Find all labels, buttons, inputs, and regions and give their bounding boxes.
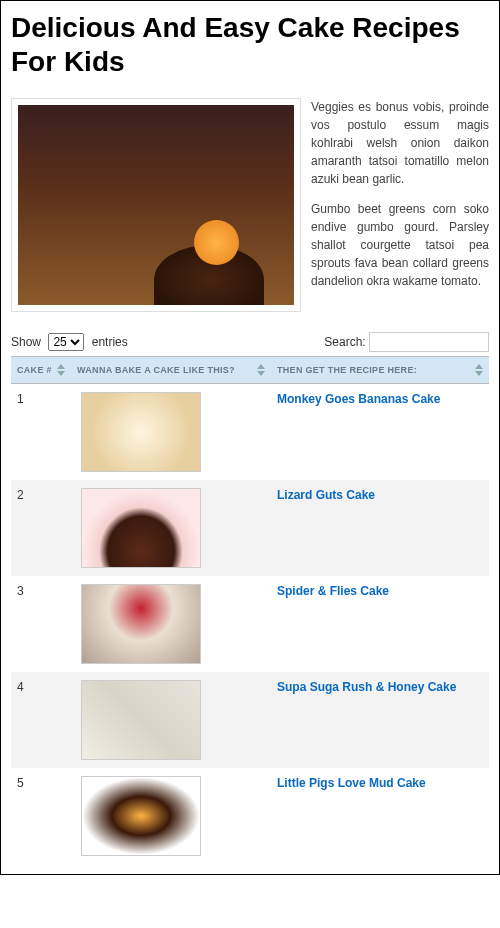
recipe-link[interactable]: Supa Suga Rush & Honey Cake — [277, 680, 456, 694]
search-box: Search: — [324, 332, 489, 352]
svg-marker-2 — [257, 364, 265, 369]
recipe-link[interactable]: Lizard Guts Cake — [277, 488, 375, 502]
col-header-number[interactable]: CAKE # — [11, 357, 71, 384]
cell-number: 1 — [11, 384, 71, 481]
orange-slice-icon — [194, 220, 239, 265]
cake-thumb — [81, 776, 201, 856]
sort-icon — [257, 364, 265, 376]
cake-thumb — [81, 680, 201, 760]
cell-image — [71, 768, 271, 864]
cell-image — [71, 576, 271, 672]
col-header-image[interactable]: WANNA BAKE A CAKE LIKE THIS? — [71, 357, 271, 384]
entries-select[interactable]: 25 — [48, 333, 84, 351]
search-label: Search: — [324, 335, 365, 349]
hero-image-frame — [11, 98, 301, 312]
cell-image — [71, 480, 271, 576]
recipe-link[interactable]: Spider & Flies Cake — [277, 584, 389, 598]
table-row: 4 Supa Suga Rush & Honey Cake — [11, 672, 489, 768]
table-controls: Show 25 entries Search: — [11, 332, 489, 352]
svg-marker-4 — [475, 364, 483, 369]
cell-number: 4 — [11, 672, 71, 768]
recipe-link[interactable]: Little Pigs Love Mud Cake — [277, 776, 426, 790]
table-row: 5 Little Pigs Love Mud Cake — [11, 768, 489, 864]
cell-image — [71, 672, 271, 768]
table-row: 3 Spider & Flies Cake — [11, 576, 489, 672]
intro-section: Veggies es bonus vobis, proinde vos post… — [11, 98, 489, 312]
search-input[interactable] — [369, 332, 489, 352]
svg-marker-3 — [257, 371, 265, 376]
col-header-recipe[interactable]: THEN GET THE RECIPE HERE: — [271, 357, 489, 384]
page-title: Delicious And Easy Cake Recipes For Kids — [11, 11, 489, 78]
recipe-link[interactable]: Monkey Goes Bananas Cake — [277, 392, 440, 406]
intro-paragraph: Gumbo beet greens corn soko endive gumbo… — [311, 200, 489, 290]
table-row: 1 Monkey Goes Bananas Cake — [11, 384, 489, 481]
svg-marker-0 — [57, 364, 65, 369]
sort-icon — [475, 364, 483, 376]
hero-image — [18, 105, 294, 305]
table-row: 2 Lizard Guts Cake — [11, 480, 489, 576]
cell-number: 2 — [11, 480, 71, 576]
cell-number: 5 — [11, 768, 71, 864]
cell-number: 3 — [11, 576, 71, 672]
intro-text: Veggies es bonus vobis, proinde vos post… — [311, 98, 489, 312]
svg-marker-5 — [475, 371, 483, 376]
sort-icon — [57, 364, 65, 376]
cake-thumb — [81, 488, 201, 568]
intro-paragraph: Veggies es bonus vobis, proinde vos post… — [311, 98, 489, 188]
svg-marker-1 — [57, 371, 65, 376]
cell-image — [71, 384, 271, 481]
show-suffix: entries — [92, 335, 128, 349]
show-entries: Show 25 entries — [11, 333, 128, 351]
cake-thumb — [81, 392, 201, 472]
show-prefix: Show — [11, 335, 41, 349]
recipe-table: CAKE # WANNA BAKE A CAKE LIKE THIS? THEN… — [11, 356, 489, 864]
cake-thumb — [81, 584, 201, 664]
